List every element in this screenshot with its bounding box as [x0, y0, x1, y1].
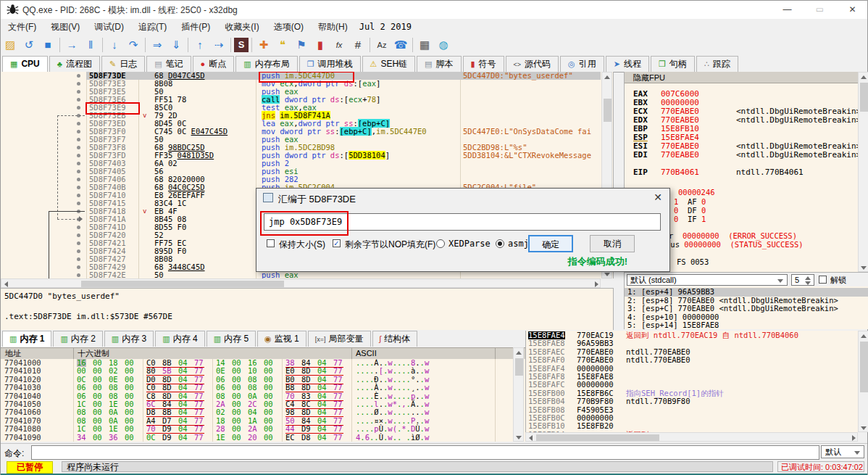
register-row[interactable]: EIP770B4061ntdll.770B4061: [633, 168, 699, 177]
nop-fill-checkbox[interactable]: ✓: [333, 239, 341, 247]
breakpoint-dot[interactable]: [77, 265, 80, 269]
scroll-right-icon[interactable]: [595, 281, 598, 287]
scroll-up-icon[interactable]: [604, 75, 610, 79]
scroll-thumb[interactable]: [81, 281, 284, 287]
command-profile-combo[interactable]: 默认: [821, 445, 864, 458]
scroll-down-icon[interactable]: [861, 426, 867, 430]
dialog-close-icon[interactable]: ✕: [654, 191, 662, 203]
functions-icon[interactable]: fx: [330, 36, 348, 54]
scroll-up-icon[interactable]: [861, 75, 867, 79]
breakpoint-dot[interactable]: [77, 154, 80, 157]
tab-log[interactable]: ✎日志: [101, 56, 145, 72]
breakpoint-dot[interactable]: [77, 249, 80, 253]
run-to-user-code-icon[interactable]: ⇢: [210, 36, 228, 54]
breakpoint-dot[interactable]: [77, 162, 80, 165]
dump-row[interactable]: 77041090340036000CD904771E002000ECD80477…: [1, 434, 525, 442]
close-button[interactable]: ✕: [836, 1, 868, 19]
breakpoint-dot[interactable]: [77, 186, 80, 189]
calling-convention-combo[interactable]: 默认 (stdcall): [627, 274, 788, 286]
dump-row[interactable]: 7704103006000800C08D047706000800B88D0477…: [1, 384, 525, 392]
tab-memory-map[interactable]: ▥内存布局: [235, 56, 297, 72]
scroll-thumb[interactable]: [604, 99, 612, 122]
scroll-thumb[interactable]: [536, 434, 659, 441]
patches-icon[interactable]: ✚: [255, 36, 272, 54]
argument-row[interactable]: 5: [esp+14] 15E8FAE8: [625, 321, 868, 329]
open-file-icon[interactable]: ▨: [1, 36, 19, 54]
tab-dump1[interactable]: ▥内存 1: [2, 331, 51, 347]
dialog-titlebar[interactable]: 汇编于 5D8F73DE ✕: [256, 189, 669, 207]
maximize-button[interactable]: ▭: [804, 1, 836, 19]
labels-icon[interactable]: ⚑: [293, 36, 310, 54]
ok-button[interactable]: 确定: [528, 235, 573, 252]
breakpoint-dot[interactable]: [77, 138, 80, 141]
tab-dump2[interactable]: ▥内存 2: [53, 331, 102, 347]
tab-threads[interactable]: ➤线程: [606, 56, 649, 72]
stop-icon[interactable]: ■: [39, 36, 57, 54]
memory-dump-pane[interactable]: 7704100016001800C08B04771400160038840477…: [1, 359, 525, 442]
menu-追踪T[interactable]: 追踪(T): [131, 19, 174, 36]
hide-fpu-header[interactable]: 隐藏FPU: [625, 72, 868, 83]
argument-row[interactable]: 3: [esp+C] 770EABE0 <ntdll.DbgUiRemoteBr…: [625, 305, 868, 313]
breakpoint-dot[interactable]: [77, 130, 80, 133]
register-row[interactable]: EDI770EABE0<ntdll.DbgUiRemoteBreakin>: [633, 150, 699, 160]
breakpoint-dot[interactable]: [77, 194, 80, 197]
breakpoint-dot[interactable]: [77, 146, 80, 149]
comments-icon[interactable]: ❝: [274, 36, 291, 54]
argument-row[interactable]: 1: [esp+4] 96A59BB3: [625, 288, 868, 297]
breakpoint-dot[interactable]: [77, 178, 80, 181]
asmjit-radio[interactable]: [496, 239, 504, 248]
menu-调试D[interactable]: 调试(D): [87, 19, 131, 36]
run-icon[interactable]: →: [63, 36, 80, 54]
menu-文件F[interactable]: 文件(F): [1, 19, 43, 36]
scroll-thumb[interactable]: [515, 358, 523, 376]
tab-dump3[interactable]: ▥内存 3: [104, 331, 154, 347]
breakpoint-dot[interactable]: [77, 257, 80, 261]
command-input[interactable]: [31, 445, 819, 460]
phone-icon[interactable]: ☎: [392, 36, 409, 54]
menu-视图V[interactable]: 视图(V): [43, 19, 87, 36]
string-refs-icon[interactable]: #: [349, 36, 367, 54]
disasm-row[interactable]: 5D8F742E50push eax: [1, 271, 613, 278]
stack-row[interactable]: 15E8FB04770B9F80ntdll.770B9F80: [526, 397, 868, 405]
scroll-up-icon[interactable]: [516, 351, 522, 355]
execute-till-return-icon[interactable]: ↑: [191, 36, 209, 54]
tab-handles[interactable]: ❒句柄: [651, 56, 695, 72]
breakpoint-dot[interactable]: [77, 241, 80, 245]
scroll-down-icon[interactable]: [861, 266, 867, 270]
dump-vscrollbar[interactable]: [513, 347, 524, 442]
tab-notes[interactable]: ▤笔记: [146, 56, 191, 72]
breakpoint-dot[interactable]: [77, 273, 80, 277]
tab-seh-chain[interactable]: ⚠SEH链: [362, 56, 416, 72]
minimize-button[interactable]: —: [771, 1, 804, 19]
scroll-thumb[interactable]: [860, 342, 868, 392]
tab-dump4[interactable]: ▥内存 4: [155, 331, 204, 347]
step-into-icon[interactable]: ↓: [106, 36, 123, 54]
menu-插件P[interactable]: 插件(P): [174, 19, 217, 36]
dump-row[interactable]: 770410801C001E0070D9047728002A0044D90477…: [1, 425, 525, 433]
disasm-hscrollbar[interactable]: [1, 278, 601, 288]
run-to-cursor-icon[interactable]: ⇒: [149, 36, 166, 54]
argument-count-spinner[interactable]: 5: [791, 274, 814, 286]
breakpoint-dot[interactable]: [77, 98, 80, 102]
breakpoint-dot[interactable]: [77, 202, 80, 205]
tab-call-stack[interactable]: ❐调用堆栈: [299, 56, 361, 72]
font-icon[interactable]: Az: [373, 36, 391, 54]
stack-vscrollbar[interactable]: [858, 331, 868, 432]
tab-symbols[interactable]: ▮符号: [463, 56, 504, 72]
scroll-right-icon[interactable]: [852, 435, 856, 441]
stack-hscrollbar[interactable]: [525, 432, 858, 442]
pause-icon[interactable]: ‖: [82, 36, 99, 54]
tab-watch1[interactable]: ◉监视 1: [257, 331, 306, 347]
arguments-pane[interactable]: 1: [esp+4] 96A59BB32: [esp+8] 770EABE0 <…: [624, 286, 868, 329]
breakpoint-dot[interactable]: [77, 234, 80, 237]
globe-icon[interactable]: ◍: [435, 36, 452, 54]
tab-breakpoints[interactable]: ●断点: [193, 56, 235, 72]
step-down-icon[interactable]: ⇓: [167, 36, 185, 54]
xedparse-radio[interactable]: [436, 239, 445, 248]
scroll-up-icon[interactable]: [861, 334, 867, 338]
breakpoint-dot[interactable]: [77, 82, 80, 86]
tab-graph[interactable]: ♣流程图: [49, 56, 100, 72]
tab-references[interactable]: ◎引用: [560, 56, 604, 72]
unlock-checkbox[interactable]: [819, 276, 827, 284]
scroll-down-icon[interactable]: [516, 436, 522, 439]
